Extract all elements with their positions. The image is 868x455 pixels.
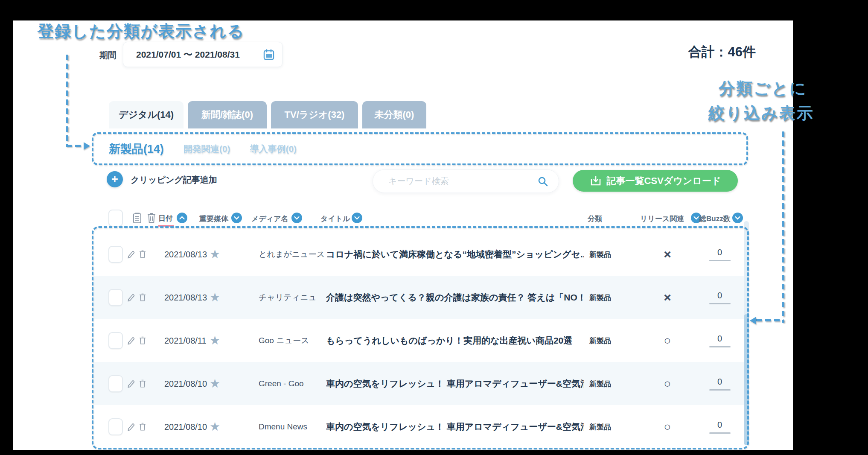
column-header-release-related[interactable]: リリース関連 bbox=[640, 214, 684, 224]
edit-icon[interactable] bbox=[127, 336, 135, 345]
annotation-filter-by-category-line1: 分類ごとに bbox=[719, 78, 807, 99]
csv-download-button[interactable]: 記事一覧CSVダウンロード bbox=[573, 170, 738, 192]
annotation-filter-by-category-line2: 絞り込み表示 bbox=[708, 102, 814, 124]
date-sort-active-underline bbox=[158, 225, 174, 227]
annotation-arrow-right-callout bbox=[750, 317, 756, 324]
subcategory-new-product[interactable]: 新製品(14) bbox=[109, 141, 164, 157]
row-checkbox[interactable] bbox=[108, 375, 123, 392]
row-title[interactable]: 車内の空気をリフレッシュ！ 車用アロマディフューザー&空気清... bbox=[326, 421, 584, 433]
column-header-category: 分類 bbox=[588, 214, 602, 224]
column-header-total-buzz[interactable]: 総Buzz数 bbox=[699, 214, 731, 224]
row-date: 2021/08/13 bbox=[164, 292, 207, 302]
buzz-value[interactable]: 0 bbox=[717, 377, 722, 387]
column-header-important-media[interactable]: 重要媒体 bbox=[199, 214, 228, 224]
star-icon[interactable]: ★ bbox=[210, 421, 220, 433]
row-media-name: Green - Goo bbox=[259, 379, 304, 388]
buzz-value[interactable]: 0 bbox=[717, 420, 722, 430]
delete-icon[interactable] bbox=[139, 250, 146, 259]
buzz-value[interactable]: 0 bbox=[717, 291, 722, 300]
release-cross-mark: × bbox=[642, 291, 693, 304]
period-date-range-field[interactable]: 2021/07/01 〜 2021/08/31 bbox=[123, 42, 283, 67]
star-icon[interactable]: ★ bbox=[210, 292, 220, 303]
buzz-value[interactable]: 0 bbox=[717, 334, 722, 344]
row-checkbox[interactable] bbox=[108, 332, 123, 349]
delete-icon[interactable] bbox=[139, 423, 146, 431]
row-media-name: チャリティニュ bbox=[259, 292, 317, 303]
edit-icon[interactable] bbox=[127, 293, 135, 302]
edit-icon[interactable] bbox=[127, 250, 135, 259]
tab-uncategorized[interactable]: 未分類(0) bbox=[362, 101, 426, 128]
row-buzz: 0 bbox=[702, 377, 738, 391]
column-header-title[interactable]: タイトル bbox=[320, 214, 350, 224]
row-date: 2021/08/10 bbox=[164, 379, 207, 388]
tab-newspaper-magazine[interactable]: 新聞/雑誌(0) bbox=[188, 101, 267, 128]
column-header-media-name[interactable]: メディア名 bbox=[251, 214, 288, 224]
add-article-button[interactable]: + bbox=[107, 171, 123, 187]
trash-icon[interactable] bbox=[147, 213, 156, 224]
row-title[interactable]: 介護は突然やってくる？親の介護は家族の責任？ 答えは「NO！... bbox=[326, 292, 584, 303]
buzz-underline bbox=[709, 303, 731, 304]
edit-icon[interactable] bbox=[127, 379, 135, 388]
memo-icon[interactable] bbox=[133, 213, 142, 224]
annotation-line-left-horizontal bbox=[66, 145, 85, 147]
row-title[interactable]: コロナ禍に於いて満床稼働となる“地域密着型”ショッピングセ... bbox=[326, 248, 584, 260]
table-row: 2021/08/10 ★ Dmenu News 車内の空気をリフレッシュ！ 車用… bbox=[93, 405, 747, 448]
row-checkbox[interactable] bbox=[108, 289, 123, 306]
row-checkbox[interactable] bbox=[108, 246, 123, 263]
search-input[interactable] bbox=[387, 176, 537, 187]
tab-tv-radio[interactable]: TV/ラジオ(32) bbox=[271, 101, 358, 128]
annotation-line-left-vertical bbox=[66, 55, 68, 146]
annotation-line-right-horizontal bbox=[756, 319, 784, 321]
total-count: 合計：46件 bbox=[651, 43, 756, 61]
period-label: 期間 bbox=[99, 50, 117, 61]
row-category: 新製品 bbox=[589, 422, 632, 432]
sort-chevron-down-icon[interactable] bbox=[352, 213, 362, 223]
subcategory-development[interactable]: 開発関連(0) bbox=[184, 143, 230, 155]
search-icon[interactable] bbox=[537, 176, 548, 187]
buzz-value[interactable]: 0 bbox=[717, 248, 722, 257]
buzz-underline bbox=[709, 389, 731, 391]
select-all-checkbox[interactable] bbox=[108, 210, 123, 227]
star-icon[interactable]: ★ bbox=[210, 378, 220, 390]
calendar-icon[interactable] bbox=[263, 49, 274, 60]
sort-chevron-down-icon[interactable] bbox=[732, 213, 743, 223]
buzz-underline bbox=[709, 432, 731, 434]
plus-icon: + bbox=[111, 173, 118, 186]
delete-icon[interactable] bbox=[139, 336, 146, 345]
release-circle-mark: ○ bbox=[642, 378, 693, 390]
app-page: 期間 2021/07/01 〜 2021/08/31 合計：46件 デジタル(1… bbox=[13, 20, 793, 450]
edit-icon[interactable] bbox=[127, 423, 135, 431]
tab-digital[interactable]: デジタル(14) bbox=[109, 101, 184, 128]
row-title[interactable]: 車内の空気をリフレッシュ！ 車用アロマディフューザー&空気清... bbox=[326, 378, 584, 390]
scrollbar-thumb[interactable] bbox=[744, 314, 749, 445]
csv-download-label: 記事一覧CSVダウンロード bbox=[607, 175, 721, 187]
subcategory-case-study[interactable]: 導入事例(0) bbox=[250, 143, 297, 155]
sort-chevron-up-icon[interactable] bbox=[177, 213, 187, 223]
row-category: 新製品 bbox=[589, 379, 632, 388]
row-buzz: 0 bbox=[702, 248, 738, 261]
buzz-underline bbox=[709, 346, 731, 347]
delete-icon[interactable] bbox=[139, 293, 146, 302]
star-icon[interactable]: ★ bbox=[210, 335, 220, 347]
release-circle-mark: ○ bbox=[642, 421, 693, 433]
sort-chevron-down-icon[interactable] bbox=[231, 213, 242, 223]
star-icon[interactable]: ★ bbox=[210, 248, 220, 260]
download-icon bbox=[590, 175, 602, 187]
row-category: 新製品 bbox=[589, 292, 632, 302]
sort-chevron-down-icon[interactable] bbox=[291, 213, 302, 223]
delete-icon[interactable] bbox=[139, 379, 146, 388]
row-buzz: 0 bbox=[702, 334, 738, 347]
media-type-tabs: デジタル(14) 新聞/雑誌(0) TV/ラジオ(32) 未分類(0) bbox=[109, 101, 426, 128]
table-row: 2021/08/10 ★ Green - Goo 車内の空気をリフレッシュ！ 車… bbox=[93, 362, 747, 405]
release-circle-mark: ○ bbox=[642, 335, 693, 347]
row-date: 2021/08/13 bbox=[164, 249, 207, 259]
column-header-date[interactable]: 日付 bbox=[158, 213, 173, 223]
row-title[interactable]: もらってうれしいものばっかり！実用的な出産祝い商品20選 bbox=[326, 335, 584, 347]
row-category: 新製品 bbox=[589, 335, 632, 345]
period-date-range-value: 2021/07/01 〜 2021/08/31 bbox=[136, 49, 263, 61]
add-article-label: クリッピング記事追加 bbox=[131, 174, 217, 186]
row-media-name: Dmenu News bbox=[259, 422, 307, 432]
table-row: 2021/08/13 ★ とれまがニュース コロナ禍に於いて満床稼働となる“地域… bbox=[93, 233, 747, 276]
annotation-line-right-vertical bbox=[782, 131, 784, 323]
row-checkbox[interactable] bbox=[108, 418, 123, 435]
